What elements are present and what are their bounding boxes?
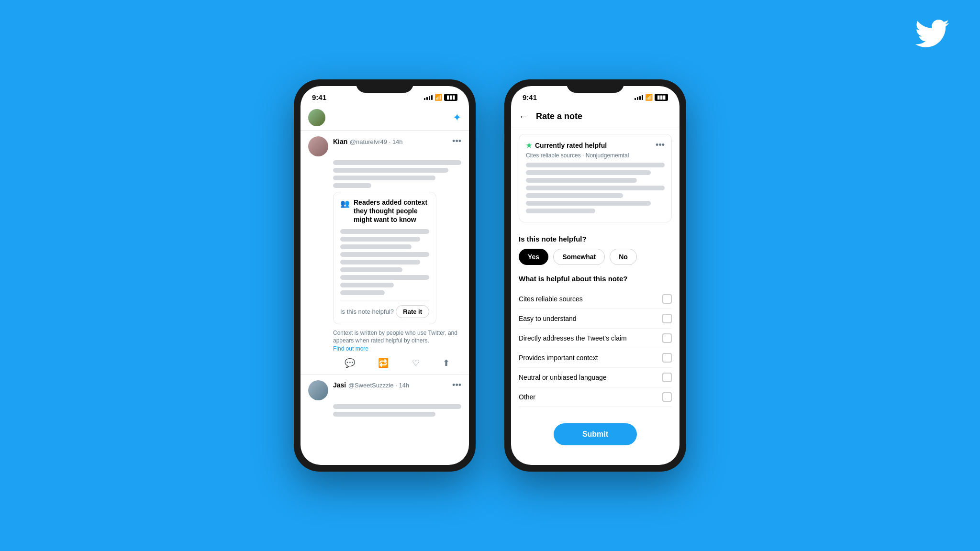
checkbox-6[interactable] <box>662 392 672 402</box>
notch-2 <box>567 79 624 93</box>
community-note: 👥 Readers added context they thought peo… <box>333 192 436 324</box>
text-line <box>526 201 651 206</box>
text-line <box>340 260 420 264</box>
tweet-1-username: Kian <box>333 138 347 145</box>
notch <box>356 79 413 93</box>
checklist-item-3: Directly addresses the Tweet's claim <box>519 329 672 348</box>
rate-note-header: ← Rate a note <box>511 105 679 128</box>
text-line <box>333 412 435 417</box>
tweet-2-content <box>333 404 461 417</box>
note-footer-text: Context is written by people who use Twi… <box>333 330 457 344</box>
checklist-item-5: Neutral or unbiased language <box>519 368 672 387</box>
text-line <box>340 237 420 242</box>
text-line <box>340 252 429 257</box>
share-icon[interactable]: ⬆ <box>443 358 450 368</box>
checklist-label-3: Directly addresses the Tweet's claim <box>519 334 627 342</box>
tweet-2-meta: Jasi @SweetSuzzzie · 14h ••• <box>333 380 461 390</box>
checklist-item-2: Easy to understand <box>519 309 672 329</box>
wifi-icon: 📶 <box>434 94 442 101</box>
rated-badge: ★ Currently rated helpful <box>526 142 607 149</box>
tweet-1-meta: Kian @naturelvr49 · 14h ••• <box>333 136 461 146</box>
twitter-logo <box>913 14 951 60</box>
phone-1-content: ✦ Kian @naturelvr49 · 14h ••• <box>301 105 469 465</box>
tweet-1-content: 👥 Readers added context they thought peo… <box>333 160 461 353</box>
checklist-label-2: Easy to understand <box>519 315 577 322</box>
text-line <box>340 229 429 234</box>
checkbox-2[interactable] <box>662 314 672 323</box>
tweet-2-header: Jasi @SweetSuzzzie · 14h ••• <box>308 380 461 400</box>
phone-1: 9:41 📶 ▮▮▮ ✦ <box>294 79 476 472</box>
note-footer: Context is written by people who use Twi… <box>333 329 461 353</box>
rate-note-title: Rate a note <box>536 111 582 121</box>
text-line <box>526 186 665 190</box>
checklist-label-6: Other <box>519 393 535 401</box>
text-line <box>340 290 385 295</box>
text-line <box>526 209 595 213</box>
note-helpful-label: Is this note helpful? <box>340 308 394 315</box>
tweet-2-more[interactable]: ••• <box>452 380 461 390</box>
like-icon[interactable]: ♡ <box>412 358 420 368</box>
option-somewhat[interactable]: Somewhat <box>553 249 605 265</box>
signal-bars-2 <box>635 94 643 100</box>
checkbox-5[interactable] <box>662 373 672 382</box>
currently-rated-section: ★ Currently rated helpful ••• Cites reli… <box>519 134 672 222</box>
find-out-more-link[interactable]: Find out more <box>333 345 368 352</box>
phone-2: 9:41 📶 ▮▮▮ ← Rate a note <box>504 79 686 472</box>
rated-more[interactable]: ••• <box>656 140 665 150</box>
checklist-item-6: Other <box>519 387 672 407</box>
checkbox-4[interactable] <box>662 353 672 363</box>
text-line <box>340 244 412 249</box>
helpful-options: Yes Somewhat No <box>519 249 672 265</box>
helpful-section: Is this note helpful? Yes Somewhat No Wh… <box>511 228 679 414</box>
star-icon: ★ <box>526 142 532 149</box>
tweet-1: Kian @naturelvr49 · 14h ••• <box>301 131 469 375</box>
user-avatar <box>308 109 325 126</box>
reply-icon[interactable]: 💬 <box>345 358 355 368</box>
text-line <box>340 275 429 280</box>
text-line <box>333 168 448 173</box>
sparkle-icon[interactable]: ✦ <box>453 111 461 124</box>
rated-content <box>526 163 665 213</box>
status-icons-1: 📶 ▮▮▮ <box>424 94 457 101</box>
tweet-1-avatar <box>308 136 328 156</box>
feed-header: ✦ <box>301 105 469 131</box>
text-line <box>526 170 651 175</box>
checklist-label-4: Provides important context <box>519 354 598 362</box>
rated-label: Currently rated helpful <box>535 142 607 149</box>
helpful-question: Is this note helpful? <box>519 235 672 243</box>
checklist-label-1: Cites reliable sources <box>519 295 583 303</box>
tweet-1-handle: @naturelvr49 · 14h <box>350 138 403 145</box>
rated-header: ★ Currently rated helpful ••• <box>526 140 665 150</box>
phone-1-screen: 9:41 📶 ▮▮▮ ✦ <box>301 86 469 465</box>
back-button[interactable]: ← <box>519 111 528 122</box>
status-time-2: 9:41 <box>523 93 537 101</box>
tweet-2-user-info: Jasi @SweetSuzzzie · 14h <box>333 381 409 389</box>
checkbox-3[interactable] <box>662 333 672 343</box>
battery-icon: ▮▮▮ <box>444 94 457 101</box>
note-header: 👥 Readers added context they thought peo… <box>340 198 429 224</box>
checklist-label-5: Neutral or unbiased language <box>519 374 607 381</box>
checkbox-1[interactable] <box>662 294 672 304</box>
note-title: Readers added context they thought peopl… <box>354 198 429 224</box>
tweet-1-header: Kian @naturelvr49 · 14h ••• <box>308 136 461 156</box>
text-line <box>333 404 461 409</box>
submit-button[interactable]: Submit <box>554 423 637 445</box>
tweet-1-more[interactable]: ••• <box>452 136 461 146</box>
option-no[interactable]: No <box>610 249 637 265</box>
phone-2-content: ← Rate a note ★ Currently rated helpful … <box>511 105 679 465</box>
text-line <box>340 267 402 272</box>
status-time-1: 9:41 <box>312 93 326 101</box>
tweet-1-user-info: Kian @naturelvr49 · 14h <box>333 137 403 146</box>
tweet-2-avatar <box>308 380 328 400</box>
phone-2-screen: 9:41 📶 ▮▮▮ ← Rate a note <box>511 86 679 465</box>
rate-it-button[interactable]: Rate it <box>396 305 429 318</box>
retweet-icon[interactable]: 🔁 <box>378 358 389 368</box>
option-yes[interactable]: Yes <box>519 249 548 265</box>
text-line <box>333 160 461 165</box>
tweet-2-username: Jasi <box>333 381 346 389</box>
status-icons-2: 📶 ▮▮▮ <box>635 94 668 101</box>
tweet-2: Jasi @SweetSuzzzie · 14h ••• <box>301 375 469 425</box>
note-helpful-row: Is this note helpful? Rate it <box>340 300 429 318</box>
checklist-item-4: Provides important context <box>519 348 672 368</box>
checklist-item-1: Cites reliable sources <box>519 289 672 309</box>
